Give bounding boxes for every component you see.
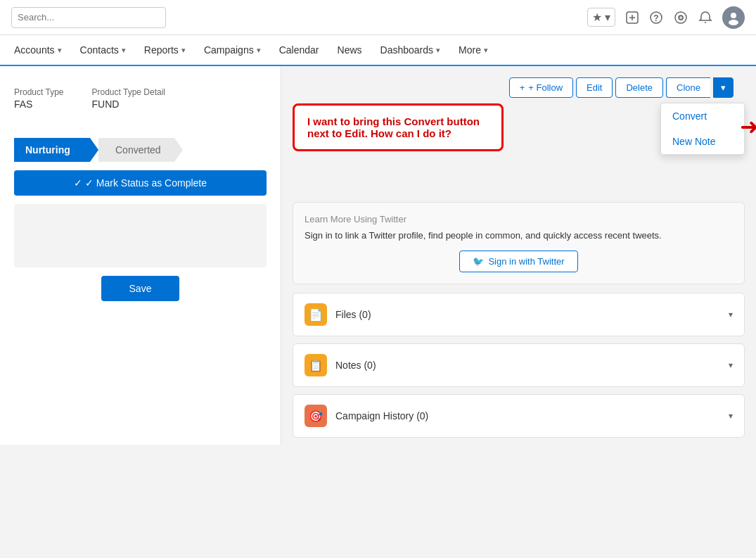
action-bar: + + Follow Edit Delete Clone ▾ Convert N… xyxy=(293,66,745,103)
svg-text:⚙: ⚙ xyxy=(678,14,684,22)
accounts-caret: ▾ xyxy=(58,46,62,55)
add-icon[interactable] xyxy=(625,11,639,25)
main-content: Product Type FAS Product Type Detail FUN… xyxy=(0,66,756,445)
follow-button[interactable]: + + Follow xyxy=(509,77,573,98)
twitter-signin-button[interactable]: 🐦 Sign in with Twitter xyxy=(459,251,577,272)
product-info: Product Type FAS Product Type Detail FUN… xyxy=(14,80,267,124)
save-button[interactable]: Save xyxy=(101,276,180,301)
nav-bar: Accounts ▾ Contacts ▾ Reports ▾ Campaign… xyxy=(0,35,756,66)
new-note-menu-item[interactable]: New Note xyxy=(661,129,744,154)
svg-point-10 xyxy=(729,20,738,25)
nav-contacts[interactable]: Contacts ▾ xyxy=(72,34,134,65)
right-panel: + + Follow Edit Delete Clone ▾ Convert N… xyxy=(281,66,756,445)
notes-section: 📋 Notes (0) ▾ xyxy=(293,343,745,387)
clone-dropdown-button[interactable]: ▾ xyxy=(713,77,733,98)
campaign-icon: 🎯 xyxy=(305,405,327,427)
notifications-icon[interactable] xyxy=(698,11,712,25)
status-bar: Nurturing Converted xyxy=(14,138,267,162)
notes-dropdown-button[interactable]: ▾ xyxy=(729,360,733,370)
product-type-detail-field: Product Type Detail FUND xyxy=(92,87,166,110)
svg-point-9 xyxy=(731,13,736,18)
dashboards-caret: ▾ xyxy=(436,46,440,55)
twitter-title: Learn More Using Twitter xyxy=(305,214,733,224)
files-icon: 📄 xyxy=(305,303,327,326)
files-dropdown-button[interactable]: ▾ xyxy=(729,310,733,319)
callout-box: I want to bring this Convert button next… xyxy=(293,103,504,151)
files-section: 📄 Files (0) ▾ xyxy=(293,293,745,336)
notes-label: Notes (0) xyxy=(335,360,376,371)
favorites-button[interactable]: ★ ▾ xyxy=(587,8,615,27)
files-label: Files (0) xyxy=(335,309,371,320)
twitter-bird-icon: 🐦 xyxy=(473,256,484,267)
checkmark-icon: ✓ xyxy=(74,177,82,189)
left-panel: Product Type FAS Product Type Detail FUN… xyxy=(0,66,281,445)
convert-menu-item[interactable]: Convert xyxy=(661,103,744,129)
twitter-desc: Sign in to link a Twitter profile, find … xyxy=(305,230,733,241)
reports-caret: ▾ xyxy=(181,46,186,55)
plus-icon: + xyxy=(520,82,525,93)
nav-accounts[interactable]: Accounts ▾ xyxy=(6,34,70,65)
nav-reports[interactable]: Reports ▾ xyxy=(136,34,194,65)
help-icon[interactable]: ? xyxy=(649,11,663,25)
product-type-detail-value: FUND xyxy=(92,99,166,110)
campaigns-caret: ▾ xyxy=(257,46,261,55)
search-input[interactable] xyxy=(11,7,166,28)
product-type-detail-label: Product Type Detail xyxy=(92,87,166,97)
product-type-field: Product Type FAS xyxy=(14,87,64,110)
mark-complete-button[interactable]: ✓ ✓ Mark Status as Complete xyxy=(14,170,267,196)
campaign-dropdown-button[interactable]: ▾ xyxy=(729,411,733,421)
contacts-caret: ▾ xyxy=(122,46,126,55)
user-avatar[interactable] xyxy=(722,6,745,29)
more-caret: ▾ xyxy=(484,46,488,55)
gray-section xyxy=(14,204,267,267)
notes-icon: 📋 xyxy=(305,354,327,376)
top-bar: ★ ▾ ? ⚙ xyxy=(0,0,756,35)
nav-more[interactable]: More ▾ xyxy=(450,34,496,65)
nav-dashboards[interactable]: Dashboards ▾ xyxy=(372,34,449,65)
nav-calendar[interactable]: Calendar xyxy=(271,34,328,65)
product-type-label: Product Type xyxy=(14,87,64,97)
nav-news[interactable]: News xyxy=(329,34,371,65)
settings-icon[interactable]: ⚙ xyxy=(673,10,688,25)
delete-button[interactable]: Delete xyxy=(615,77,663,98)
clone-button[interactable]: Clone xyxy=(666,77,710,98)
campaign-history-section: 🎯 Campaign History (0) ▾ xyxy=(293,394,745,438)
svg-text:?: ? xyxy=(653,13,658,23)
campaign-label: Campaign History (0) xyxy=(335,410,428,421)
top-icons: ★ ▾ ? ⚙ xyxy=(587,6,745,29)
dropdown-menu: Convert New Note xyxy=(660,103,745,155)
twitter-section: Learn More Using Twitter Sign in to link… xyxy=(293,202,745,284)
status-nurturing[interactable]: Nurturing xyxy=(14,138,98,162)
status-converted[interactable]: Converted xyxy=(98,138,183,162)
arrow-icon: ➜ xyxy=(740,113,756,140)
product-type-value: FAS xyxy=(14,99,64,110)
nav-campaigns[interactable]: Campaigns ▾ xyxy=(196,34,269,65)
edit-button[interactable]: Edit xyxy=(576,77,613,98)
